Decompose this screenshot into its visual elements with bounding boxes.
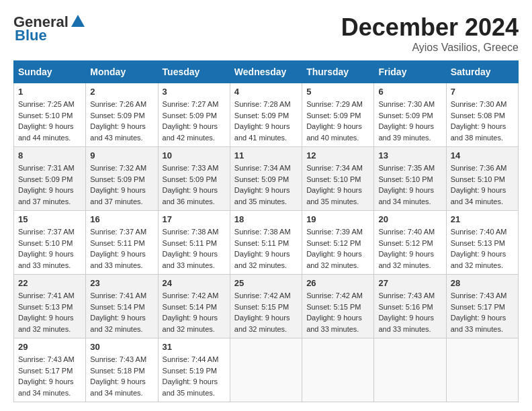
- calendar-header-monday: Monday: [86, 61, 158, 83]
- calendar-cell: 20Sunrise: 7:40 AMSunset: 5:12 PMDayligh…: [374, 211, 446, 275]
- calendar-cell: 25Sunrise: 7:42 AMSunset: 5:15 PMDayligh…: [230, 275, 302, 338]
- day-info: Sunrise: 7:31 AMSunset: 5:09 PMDaylight:…: [18, 163, 81, 207]
- day-number: 4: [234, 87, 298, 97]
- day-info: Sunrise: 7:43 AMSunset: 5:17 PMDaylight:…: [18, 354, 81, 398]
- calendar-header-wednesday: Wednesday: [230, 61, 302, 83]
- day-number: 31: [163, 342, 226, 352]
- calendar-cell: 9Sunrise: 7:32 AMSunset: 5:09 PMDaylight…: [86, 147, 158, 211]
- day-info: Sunrise: 7:43 AMSunset: 5:16 PMDaylight:…: [378, 290, 441, 334]
- calendar-cell: 31Sunrise: 7:44 AMSunset: 5:19 PMDayligh…: [158, 338, 230, 402]
- day-info: Sunrise: 7:40 AMSunset: 5:12 PMDaylight:…: [378, 226, 441, 271]
- day-number: 10: [163, 150, 226, 161]
- day-number: 2: [90, 87, 153, 97]
- day-info: Sunrise: 7:36 AMSunset: 5:10 PMDaylight:…: [451, 163, 514, 207]
- calendar-cell: 11Sunrise: 7:34 AMSunset: 5:09 PMDayligh…: [230, 147, 302, 211]
- day-info: Sunrise: 7:30 AMSunset: 5:08 PMDaylight:…: [451, 99, 514, 143]
- calendar-header-saturday: Saturday: [446, 61, 518, 83]
- day-info: Sunrise: 7:27 AMSunset: 5:09 PMDaylight:…: [163, 99, 226, 143]
- calendar-week-row: 22Sunrise: 7:41 AMSunset: 5:13 PMDayligh…: [14, 275, 519, 338]
- calendar-header-tuesday: Tuesday: [158, 61, 230, 83]
- calendar-cell: 21Sunrise: 7:40 AMSunset: 5:13 PMDayligh…: [446, 211, 518, 275]
- day-number: 27: [378, 278, 441, 288]
- calendar-cell: 16Sunrise: 7:37 AMSunset: 5:11 PMDayligh…: [86, 211, 158, 275]
- calendar-cell: 26Sunrise: 7:42 AMSunset: 5:15 PMDayligh…: [302, 275, 374, 338]
- calendar-cell: 30Sunrise: 7:43 AMSunset: 5:18 PMDayligh…: [86, 338, 158, 402]
- day-info: Sunrise: 7:44 AMSunset: 5:19 PMDaylight:…: [163, 354, 226, 398]
- calendar-cell: [302, 338, 374, 402]
- day-number: 26: [306, 278, 369, 288]
- day-number: 5: [306, 87, 369, 97]
- day-number: 15: [18, 214, 81, 224]
- title-section: December 2024 Ayios Vasilios, Greece: [341, 13, 519, 54]
- logo-blue-text: Blue: [15, 27, 47, 44]
- calendar-cell: 24Sunrise: 7:42 AMSunset: 5:14 PMDayligh…: [158, 275, 230, 338]
- month-title: December 2024: [341, 13, 519, 42]
- day-number: 22: [18, 278, 81, 288]
- day-info: Sunrise: 7:35 AMSunset: 5:10 PMDaylight:…: [378, 163, 441, 207]
- day-number: 8: [18, 150, 81, 161]
- calendar-cell: 2Sunrise: 7:26 AMSunset: 5:09 PMDaylight…: [86, 83, 158, 147]
- day-number: 1: [18, 87, 81, 97]
- day-number: 16: [90, 214, 153, 224]
- calendar-cell: 19Sunrise: 7:39 AMSunset: 5:12 PMDayligh…: [302, 211, 374, 275]
- day-info: Sunrise: 7:37 AMSunset: 5:11 PMDaylight:…: [90, 226, 153, 271]
- day-info: Sunrise: 7:28 AMSunset: 5:09 PMDaylight:…: [234, 99, 298, 143]
- day-info: Sunrise: 7:41 AMSunset: 5:14 PMDaylight:…: [90, 290, 153, 334]
- svg-marker-0: [71, 15, 85, 27]
- calendar-table: SundayMondayTuesdayWednesdayThursdayFrid…: [13, 60, 519, 402]
- calendar-header-row: SundayMondayTuesdayWednesdayThursdayFrid…: [14, 61, 519, 83]
- calendar-cell: 28Sunrise: 7:43 AMSunset: 5:17 PMDayligh…: [446, 275, 518, 338]
- day-number: 6: [378, 87, 441, 97]
- calendar-cell: [374, 338, 446, 402]
- day-info: Sunrise: 7:38 AMSunset: 5:11 PMDaylight:…: [163, 226, 226, 271]
- day-info: Sunrise: 7:42 AMSunset: 5:15 PMDaylight:…: [306, 290, 369, 334]
- day-number: 29: [18, 342, 81, 352]
- day-number: 7: [451, 87, 514, 97]
- calendar-cell: 13Sunrise: 7:35 AMSunset: 5:10 PMDayligh…: [374, 147, 446, 211]
- day-number: 28: [451, 278, 514, 288]
- logo-icon: [70, 13, 86, 30]
- calendar-cell: 7Sunrise: 7:30 AMSunset: 5:08 PMDaylight…: [446, 83, 518, 147]
- calendar-header-sunday: Sunday: [14, 61, 86, 83]
- page-header: General Blue December 2024 Ayios Vasilio…: [13, 13, 519, 54]
- calendar-cell: 6Sunrise: 7:30 AMSunset: 5:09 PMDaylight…: [374, 83, 446, 147]
- day-info: Sunrise: 7:39 AMSunset: 5:12 PMDaylight:…: [306, 226, 369, 271]
- calendar-cell: [446, 338, 518, 402]
- day-number: 18: [234, 214, 298, 224]
- day-info: Sunrise: 7:26 AMSunset: 5:09 PMDaylight:…: [90, 99, 153, 143]
- day-number: 9: [90, 150, 153, 161]
- day-info: Sunrise: 7:33 AMSunset: 5:09 PMDaylight:…: [163, 163, 226, 207]
- location-subtitle: Ayios Vasilios, Greece: [341, 42, 519, 54]
- day-number: 24: [163, 278, 226, 288]
- day-info: Sunrise: 7:29 AMSunset: 5:09 PMDaylight:…: [306, 99, 369, 143]
- calendar-cell: 12Sunrise: 7:34 AMSunset: 5:10 PMDayligh…: [302, 147, 374, 211]
- day-number: 17: [163, 214, 226, 224]
- day-number: 11: [234, 150, 298, 161]
- day-number: 19: [306, 214, 369, 224]
- day-info: Sunrise: 7:37 AMSunset: 5:10 PMDaylight:…: [18, 226, 81, 271]
- calendar-cell: 27Sunrise: 7:43 AMSunset: 5:16 PMDayligh…: [374, 275, 446, 338]
- calendar-cell: 23Sunrise: 7:41 AMSunset: 5:14 PMDayligh…: [86, 275, 158, 338]
- day-info: Sunrise: 7:40 AMSunset: 5:13 PMDaylight:…: [451, 226, 514, 271]
- day-info: Sunrise: 7:38 AMSunset: 5:11 PMDaylight:…: [234, 226, 298, 271]
- day-info: Sunrise: 7:32 AMSunset: 5:09 PMDaylight:…: [90, 163, 153, 207]
- day-info: Sunrise: 7:41 AMSunset: 5:13 PMDaylight:…: [18, 290, 81, 334]
- calendar-week-row: 1Sunrise: 7:25 AMSunset: 5:10 PMDaylight…: [14, 83, 519, 147]
- calendar-cell: 15Sunrise: 7:37 AMSunset: 5:10 PMDayligh…: [14, 211, 86, 275]
- day-number: 13: [378, 150, 441, 161]
- day-info: Sunrise: 7:43 AMSunset: 5:18 PMDaylight:…: [90, 354, 153, 398]
- day-number: 23: [90, 278, 153, 288]
- calendar-cell: 22Sunrise: 7:41 AMSunset: 5:13 PMDayligh…: [14, 275, 86, 338]
- calendar-cell: 29Sunrise: 7:43 AMSunset: 5:17 PMDayligh…: [14, 338, 86, 402]
- day-number: 20: [378, 214, 441, 224]
- day-info: Sunrise: 7:34 AMSunset: 5:09 PMDaylight:…: [234, 163, 298, 207]
- day-info: Sunrise: 7:25 AMSunset: 5:10 PMDaylight:…: [18, 99, 81, 143]
- logo: General Blue: [13, 13, 86, 44]
- calendar-week-row: 29Sunrise: 7:43 AMSunset: 5:17 PMDayligh…: [14, 338, 519, 402]
- day-number: 12: [306, 150, 369, 161]
- day-number: 3: [163, 87, 226, 97]
- day-info: Sunrise: 7:34 AMSunset: 5:10 PMDaylight:…: [306, 163, 369, 207]
- calendar-cell: 14Sunrise: 7:36 AMSunset: 5:10 PMDayligh…: [446, 147, 518, 211]
- calendar-week-row: 15Sunrise: 7:37 AMSunset: 5:10 PMDayligh…: [14, 211, 519, 275]
- calendar-cell: 3Sunrise: 7:27 AMSunset: 5:09 PMDaylight…: [158, 83, 230, 147]
